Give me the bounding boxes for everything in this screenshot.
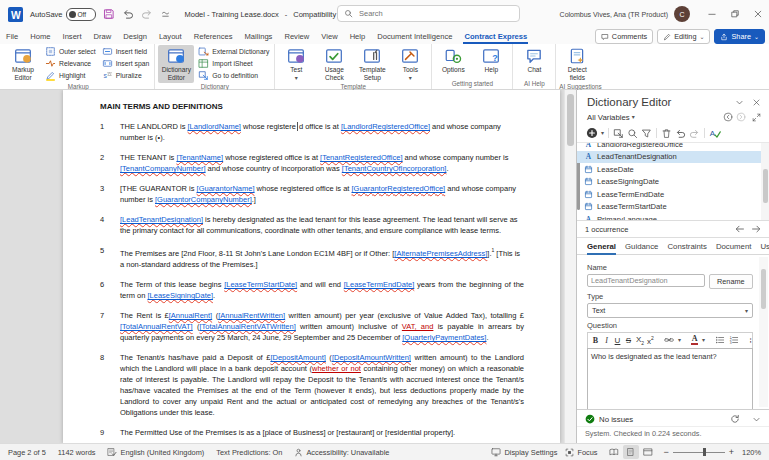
zoom-out-button[interactable]: −: [664, 447, 669, 457]
delete-variable-icon[interactable]: [661, 128, 672, 139]
pluralize-button[interactable]: sPluralize: [100, 70, 152, 81]
navigate-forward-icon[interactable]: [736, 112, 746, 122]
italic-icon[interactable]: I: [603, 336, 610, 345]
validate-icon[interactable]: A: [709, 127, 721, 139]
template-field[interactable]: [GuarantorRegisteredOffice]: [352, 184, 446, 193]
search-box[interactable]: [337, 5, 520, 22]
external-dictionary-button[interactable]: External Dictionary: [196, 46, 271, 57]
focus-button[interactable]: Focus: [565, 448, 597, 457]
usage-check-button[interactable]: Usage Check: [316, 45, 352, 83]
template-field[interactable]: [GuarantorCompanyNumber]: [155, 195, 252, 204]
property-tab-guidance[interactable]: Guidance: [625, 242, 658, 254]
previous-occurrence-icon[interactable]: [735, 224, 745, 234]
expand-pane-icon[interactable]: [752, 113, 761, 122]
document-paragraph[interactable]: 4[LeadTenantDesignation] is hereby desig…: [100, 214, 524, 236]
zoom-slider[interactable]: [673, 452, 725, 453]
template-field[interactable]: [LandlordRegisteredOffice]: [341, 122, 430, 131]
property-tab-usage[interactable]: Usage: [760, 242, 769, 254]
autosave-toggle[interactable]: AutoSave Off: [30, 8, 96, 21]
close-button[interactable]: [746, 0, 769, 28]
question-input[interactable]: Who is designated as the lead tenant?: [587, 348, 753, 409]
document-page[interactable]: MAIN TERMS AND DEFINITIONS 1THE LANDLORD…: [63, 90, 560, 443]
add-variable-icon[interactable]: [586, 127, 598, 139]
search-input[interactable]: [357, 8, 513, 19]
template-field[interactable]: [TotalAnnualRentVATWritten]: [199, 322, 295, 331]
variable-item[interactable]: LeaseTermStartDate: [577, 201, 761, 214]
property-tab-constraints[interactable]: Constraints: [667, 242, 706, 254]
ribbon-tab-design[interactable]: Design: [117, 28, 153, 44]
template-field[interactable]: [TenantRegisteredOffice]: [320, 153, 402, 162]
subscript-icon[interactable]: X2: [636, 335, 643, 346]
filter-icon[interactable]: [641, 128, 652, 139]
template-field[interactable]: [LandlordName]: [188, 122, 241, 131]
page-indicator[interactable]: Page 2 of 5: [8, 448, 46, 457]
ribbon-tab-view[interactable]: View: [315, 28, 343, 44]
ribbon-tab-contract-express[interactable]: Contract Express: [458, 28, 533, 44]
display-settings-button[interactable]: Display Settings: [491, 447, 557, 457]
bullet-list-icon[interactable]: [715, 335, 725, 345]
user-name[interactable]: Colombus Vives, Ana (TR Product): [560, 11, 668, 18]
help-button[interactable]: ?Help: [473, 45, 509, 76]
highlight-button[interactable]: Highlight: [43, 70, 98, 81]
zoom-in-button[interactable]: +: [729, 447, 734, 457]
accessibility-status[interactable]: Accessibility: Unavailable: [294, 448, 389, 457]
undo-icon[interactable]: [122, 8, 134, 20]
web-layout-button[interactable]: [640, 445, 656, 459]
document-canvas[interactable]: MAIN TERMS AND DEFINITIONS 1THE LANDLORD…: [0, 90, 576, 443]
ribbon-tab-draw[interactable]: Draw: [88, 28, 118, 44]
template-field[interactable]: [TotalAnnualRentVAT]: [120, 322, 193, 331]
quick-access-icon[interactable]: [160, 9, 171, 20]
share-button[interactable]: Share⌄: [714, 29, 765, 44]
print-layout-button[interactable]: [623, 445, 639, 459]
form-scrollbar[interactable]: [759, 257, 768, 407]
template-field[interactable]: [AnnualRent]: [169, 311, 212, 320]
variable-item[interactable]: LeaseDate: [577, 163, 761, 176]
comments-button[interactable]: Comments: [595, 29, 653, 44]
template-field[interactable]: [QuarterlyPaymentDates]: [402, 333, 486, 342]
template-field[interactable]: [DepositAmountWritten]: [332, 353, 411, 362]
read-mode-button[interactable]: [606, 445, 622, 459]
detect-fields-button[interactable]: Detect fields: [559, 45, 595, 83]
template-field[interactable]: [TenantName]: [176, 153, 223, 162]
template-field[interactable]: [GuarantorName]: [197, 184, 255, 193]
ribbon-tab-help[interactable]: Help: [344, 28, 372, 44]
underline-icon[interactable]: U: [614, 336, 621, 345]
template-field[interactable]: [TenantCompanyNumber]: [120, 164, 205, 173]
save-icon[interactable]: [103, 8, 115, 20]
goto-selection-icon[interactable]: [613, 128, 624, 139]
import-isheet-button[interactable]: Import iSheet: [196, 58, 271, 69]
ribbon-tab-insert[interactable]: Insert: [57, 28, 88, 44]
navigate-back-icon[interactable]: [723, 112, 733, 122]
chat-button[interactable]: Chat: [516, 45, 552, 76]
template-setup-button[interactable]: Template Setup: [354, 45, 390, 83]
document-paragraph[interactable]: 8The Tenant/s has/have paid a Deposit of…: [100, 352, 524, 418]
superscript-icon[interactable]: x2: [647, 335, 654, 346]
word-count[interactable]: 1142 words: [58, 448, 96, 457]
variable-item[interactable]: ALandlordRegisteredOffice: [577, 143, 761, 151]
editing-button[interactable]: Editing⌄: [657, 29, 710, 44]
pane-menu-icon[interactable]: [735, 98, 744, 107]
zoom-slider-thumb[interactable]: [703, 448, 706, 456]
outer-select-button[interactable]: Outer select: [43, 46, 98, 57]
go-to-definition-button[interactable]: Go to definition: [196, 70, 271, 81]
variable-item[interactable]: ALeadTenantDesignation: [577, 151, 761, 164]
ribbon-tab-review[interactable]: Review: [278, 28, 315, 44]
template-field[interactable]: [AlternatePremisesAddress]: [394, 249, 487, 258]
link-icon[interactable]: [664, 335, 674, 345]
undo-icon[interactable]: [675, 128, 686, 139]
proofing-status[interactable]: English (United Kingdom): [107, 447, 204, 457]
pane-close-icon[interactable]: [752, 98, 761, 107]
insert-field-button[interactable]: Insert field: [100, 46, 152, 57]
numbered-list-icon[interactable]: 123: [729, 335, 739, 345]
name-input[interactable]: [587, 274, 705, 287]
type-select[interactable]: Text▾: [587, 303, 753, 318]
rename-button[interactable]: Rename: [709, 274, 753, 289]
ribbon-tab-document-intelligence[interactable]: Document Intelligence: [371, 28, 458, 44]
relevance-button[interactable]: Relevance: [43, 58, 98, 69]
document-paragraph[interactable]: 2THE TENANT is [TenantName] whose regist…: [100, 152, 524, 174]
minimize-button[interactable]: [700, 0, 723, 28]
template-field[interactable]: [LeaseTermStartDate]: [224, 280, 297, 289]
property-tab-general[interactable]: General: [587, 242, 616, 254]
variable-item[interactable]: LeaseTermEndDate: [577, 188, 761, 201]
document-paragraph[interactable]: 3[THE GUARANTOR is [GuarantorName] whose…: [100, 183, 524, 205]
